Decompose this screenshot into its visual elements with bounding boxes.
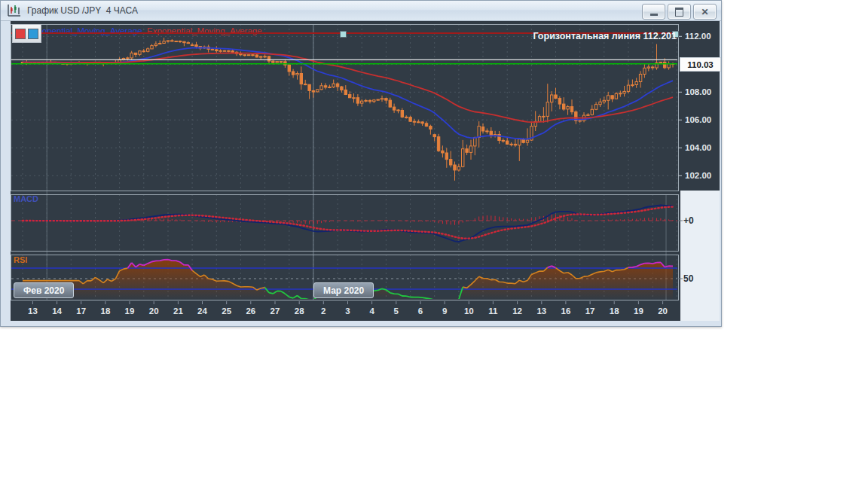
time-tick-label: 16	[561, 307, 571, 316]
time-tick-label: 19	[125, 307, 135, 316]
close-icon: ✕	[701, 8, 708, 17]
window-title: График USD /JPY 4 ЧАСА	[27, 5, 138, 16]
time-tick-label: 19	[634, 307, 643, 316]
price-tick-label: 106.00	[685, 115, 711, 124]
line-handle-mid[interactable]	[340, 31, 347, 38]
horizontal-line-label: Горизонтальная линия 112.201	[533, 31, 677, 41]
time-tick-label: 13	[28, 307, 38, 316]
close-button[interactable]: ✕	[693, 4, 717, 20]
time-tick-label: 18	[101, 307, 111, 316]
legend-buttons-panel	[12, 24, 41, 43]
chart-canvas[interactable]: 112.00108.00106.00104.00102.001314171819…	[11, 21, 720, 321]
time-tick-label: 25	[222, 307, 231, 316]
ema-fast-legend: Exponential_Moving_Average Exponential_M…	[27, 26, 262, 35]
macd-label: MACD	[14, 194, 38, 203]
month-label-mar: Мар 2020	[313, 282, 374, 298]
blue-series-button[interactable]	[28, 29, 38, 39]
app-window: График USD /JPY 4 ЧАСА ✕ 112.00108.00106…	[0, 0, 722, 327]
time-tick-label: 2	[321, 307, 326, 316]
ema-fast-legend-label: Exponential_Moving_Average	[27, 26, 142, 35]
red-series-button[interactable]	[15, 29, 26, 39]
time-tick-label: 24	[197, 307, 207, 316]
macd-zero-label: +0	[683, 215, 694, 226]
price-tick-label: 104.00	[685, 143, 711, 152]
maximize-button[interactable]	[668, 4, 691, 20]
time-tick-label: 14	[52, 307, 62, 316]
ema-slow-legend-label: Exponential_Moving_Average	[147, 26, 262, 35]
maximize-icon	[675, 8, 683, 17]
time-tick-label: 5	[394, 307, 399, 316]
rsi-fifty-label: 50	[683, 273, 693, 284]
time-tick-label: 17	[585, 307, 595, 316]
price-tick-label: 102.00	[685, 171, 711, 180]
window-controls: ✕	[642, 4, 717, 20]
time-tick-label: 28	[295, 307, 304, 316]
month-label-feb: Фев 2020	[14, 282, 74, 298]
chart-client: 112.00108.00106.00104.00102.001314171819…	[11, 21, 720, 321]
minimize-button[interactable]	[642, 4, 665, 20]
time-tick-label: 27	[270, 307, 280, 316]
time-tick-label: 17	[76, 307, 86, 316]
time-tick-label: 13	[536, 307, 546, 316]
time-tick-label: 6	[418, 307, 423, 316]
time-tick-label: 3	[345, 307, 350, 316]
time-tick-label: 4	[369, 307, 374, 316]
time-tick-label: 11	[488, 307, 498, 316]
price-tick-label: 108.00	[685, 87, 711, 96]
rsi-label: RSI	[14, 255, 27, 264]
time-tick-label: 10	[464, 307, 474, 316]
current-price-tag: 110.03	[680, 57, 721, 72]
time-tick-label: 26	[246, 307, 255, 316]
time-tick-label: 18	[610, 307, 619, 316]
title-bar[interactable]: График USD /JPY 4 ЧАСА ✕	[1, 1, 721, 21]
time-tick-label: 20	[149, 307, 159, 316]
time-tick-label: 21	[173, 307, 183, 316]
time-tick-label: 12	[512, 307, 522, 316]
minimize-icon	[650, 14, 658, 16]
time-tick-label: 9	[442, 307, 447, 316]
desktop: График USD /JPY 4 ЧАСА ✕ 112.00108.00106…	[0, 0, 868, 488]
time-tick-label: 20	[658, 307, 668, 316]
chart-icon	[7, 4, 22, 17]
price-tick-label: 112.00	[685, 32, 711, 41]
